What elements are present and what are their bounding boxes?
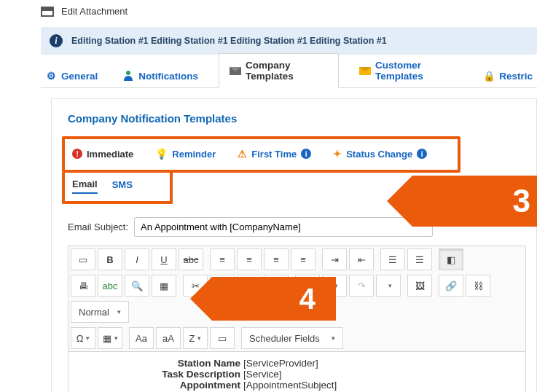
align-center-button[interactable]: ≡	[237, 248, 262, 270]
subject-label: Email Subject:	[68, 222, 128, 232]
callout-3: 3	[412, 176, 537, 227]
star-icon: ✦	[333, 148, 342, 160]
embed-button[interactable]: ▭	[210, 327, 235, 349]
info-banner: i Editing Station #1 Editing Station #1 …	[41, 27, 537, 55]
image-button[interactable]: 🖼	[407, 275, 432, 297]
callout-4: 4	[212, 277, 336, 321]
body-row: Appointment [AppointmentSubject]	[98, 380, 496, 391]
redo-history-button[interactable]	[376, 275, 401, 297]
print-button[interactable]: 🖶	[71, 275, 95, 297]
tab-label: Customer Templates	[375, 60, 458, 82]
info-icon[interactable]: i	[301, 149, 311, 159]
channel-sms[interactable]: SMS	[112, 179, 133, 193]
alert-icon: !	[72, 149, 82, 159]
font-size-small-button[interactable]: Aa	[129, 327, 154, 349]
tab-label: General	[61, 71, 98, 82]
tab-company-templates[interactable]: Company Templates	[219, 53, 339, 88]
body-row: Station Name [ServiceProvider]	[98, 358, 496, 369]
info-icon: i	[50, 34, 63, 47]
unlink-button[interactable]: ⛓	[466, 275, 490, 297]
align-right-button[interactable]: ≡	[264, 248, 289, 270]
find-button[interactable]: 🔍	[125, 275, 149, 297]
spellcheck-button[interactable]: abc	[98, 275, 122, 297]
scheduler-fields-select[interactable]: Scheduler Fields	[241, 327, 343, 349]
align-justify-button[interactable]: ≡	[291, 248, 315, 270]
panel-title: Company Notification Templates	[68, 112, 526, 125]
field-token: [ServiceProvider]	[243, 358, 318, 369]
line-height-button[interactable]: Z	[183, 327, 208, 349]
main-tabs: ⚙ General Notifications Company Template…	[41, 62, 537, 88]
trigger-reminder[interactable]: 💡 Reminder	[155, 148, 216, 160]
trigger-label: Immediate	[87, 149, 133, 160]
info-icon[interactable]: i	[417, 149, 427, 159]
person-icon	[122, 70, 134, 82]
lock-icon: 🔒	[483, 70, 495, 82]
envelope-icon	[359, 65, 371, 77]
show-blocks-button[interactable]: ◧	[439, 248, 463, 270]
field-token: [Service]	[243, 369, 282, 380]
tab-label: Company Templates	[246, 60, 328, 82]
strike-button[interactable]: abc	[179, 248, 203, 270]
field-label: Task Description	[98, 369, 243, 380]
bold-button[interactable]: B	[98, 248, 122, 270]
tab-notifications[interactable]: Notifications	[118, 64, 203, 87]
body-row: Task Description [Service]	[98, 369, 496, 380]
trigger-label: Status Change	[346, 149, 412, 160]
font-size-large-button[interactable]: aA	[156, 327, 181, 349]
field-label: Appointment	[98, 380, 243, 391]
warning-icon: ⚠	[238, 148, 247, 160]
channel-tab-group: Email SMS	[62, 173, 173, 204]
tab-restrictions[interactable]: 🔒 Restric	[479, 64, 537, 87]
templates-panel: 3 Company Notification Templates ! Immed…	[51, 98, 537, 392]
field-token: [AppointmentSubject]	[243, 380, 337, 391]
tab-label: Notifications	[138, 71, 198, 82]
channel-email[interactable]: Email	[72, 179, 98, 194]
page-title: Edit Attachment	[61, 6, 128, 17]
table-button[interactable]: ▦	[98, 327, 122, 349]
trigger-tab-group: ! Immediate 💡 Reminder ⚠ First Time i ✦ …	[62, 136, 460, 173]
trigger-label: Reminder	[172, 149, 216, 160]
tab-label: Restric	[499, 71, 533, 82]
unordered-list-button[interactable]: ☰	[407, 248, 432, 270]
redo-button[interactable]: ↷	[349, 275, 374, 297]
info-message: Editing Station #1 Editing Station #1 Ed…	[71, 36, 387, 46]
ordered-list-button[interactable]: ☰	[380, 248, 405, 270]
align-left-button[interactable]: ≡	[210, 248, 235, 270]
underline-button[interactable]: U	[152, 248, 176, 270]
editor-content[interactable]: Station Name [ServiceProvider] Task Desc…	[68, 352, 525, 392]
trigger-label: First Time	[251, 149, 297, 160]
tab-general[interactable]: ⚙ General	[41, 64, 102, 87]
source-button[interactable]: ▭	[71, 248, 95, 270]
outdent-button[interactable]: ⇤	[349, 248, 374, 270]
select-all-button[interactable]: ▦	[152, 275, 176, 297]
link-button[interactable]: 🔗	[439, 275, 463, 297]
italic-button[interactable]: I	[125, 248, 149, 270]
gear-icon: ⚙	[45, 70, 57, 82]
trigger-first-time[interactable]: ⚠ First Time i	[238, 148, 311, 160]
bulb-icon: 💡	[155, 148, 168, 160]
envelope-icon	[230, 65, 241, 77]
field-label: Station Name	[98, 358, 243, 369]
window-icon	[41, 7, 54, 17]
tab-customer-templates[interactable]: Customer Templates	[355, 54, 463, 87]
trigger-immediate[interactable]: ! Immediate	[72, 149, 133, 160]
special-char-button[interactable]: Ω	[71, 327, 95, 349]
indent-button[interactable]: ⇥	[322, 248, 347, 270]
format-select[interactable]: Normal	[71, 301, 129, 323]
trigger-status-change[interactable]: ✦ Status Change i	[333, 148, 427, 160]
